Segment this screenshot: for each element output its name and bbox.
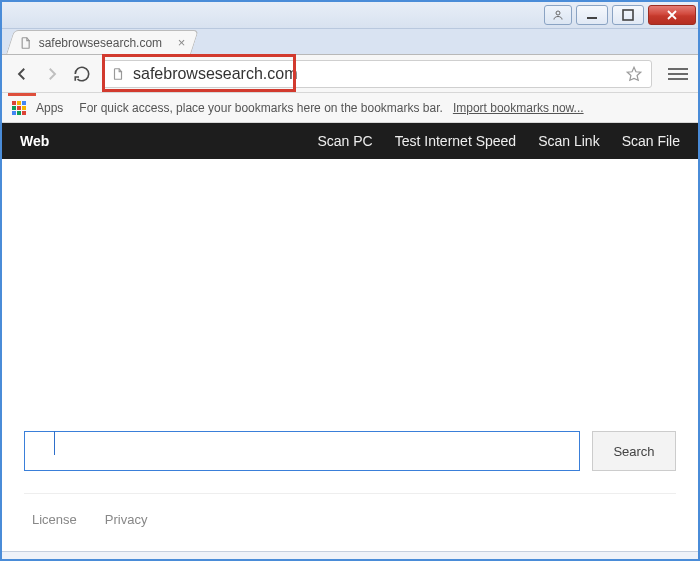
- minimize-button[interactable]: [576, 5, 608, 25]
- nav-link-scanpc[interactable]: Scan PC: [317, 133, 372, 149]
- user-button[interactable]: [544, 5, 572, 25]
- import-bookmarks-link[interactable]: Import bookmarks now...: [453, 101, 584, 115]
- bookmarks-bar: Apps For quick access, place your bookma…: [2, 93, 698, 123]
- search-button[interactable]: Search: [592, 431, 676, 471]
- page-icon: [111, 67, 125, 81]
- browser-tab[interactable]: safebrowsesearch.com ×: [6, 30, 199, 54]
- site-navbar: Web Scan PC Test Internet Speed Scan Lin…: [2, 123, 698, 159]
- svg-rect-1: [587, 17, 597, 19]
- nav-link-scanfile[interactable]: Scan File: [622, 133, 680, 149]
- menu-button[interactable]: [668, 64, 688, 84]
- text-caret: [54, 431, 55, 455]
- address-bar[interactable]: safebrowsesearch.com: [102, 60, 652, 88]
- tab-strip: safebrowsesearch.com ×: [2, 29, 698, 55]
- page-icon: [19, 36, 33, 50]
- back-button[interactable]: [12, 64, 32, 84]
- tab-close-icon[interactable]: ×: [178, 36, 186, 49]
- apps-grid-icon[interactable]: [12, 101, 26, 115]
- window-frame-bottom: [2, 551, 698, 559]
- footer-link-license[interactable]: License: [32, 512, 77, 527]
- nav-link-testspeed[interactable]: Test Internet Speed: [395, 133, 516, 149]
- page-content: Search License Privacy: [2, 159, 698, 551]
- svg-point-0: [556, 11, 560, 15]
- nav-link-scanlink[interactable]: Scan Link: [538, 133, 599, 149]
- accent-stripe: [8, 93, 36, 96]
- bookmark-star-icon[interactable]: [625, 65, 643, 83]
- forward-button[interactable]: [42, 64, 62, 84]
- site-brand[interactable]: Web: [20, 133, 49, 149]
- close-button[interactable]: [648, 5, 696, 25]
- window-titlebar: [2, 2, 698, 29]
- footer-links: License Privacy: [24, 493, 676, 551]
- svg-rect-2: [623, 10, 633, 20]
- bookmarks-hint: For quick access, place your bookmarks h…: [79, 101, 443, 115]
- footer-link-privacy[interactable]: Privacy: [105, 512, 148, 527]
- address-text: safebrowsesearch.com: [133, 65, 617, 83]
- maximize-button[interactable]: [612, 5, 644, 25]
- tab-title: safebrowsesearch.com: [39, 36, 162, 50]
- apps-label[interactable]: Apps: [36, 101, 63, 115]
- search-input[interactable]: [24, 431, 580, 471]
- reload-button[interactable]: [72, 64, 92, 84]
- browser-toolbar: safebrowsesearch.com: [2, 55, 698, 93]
